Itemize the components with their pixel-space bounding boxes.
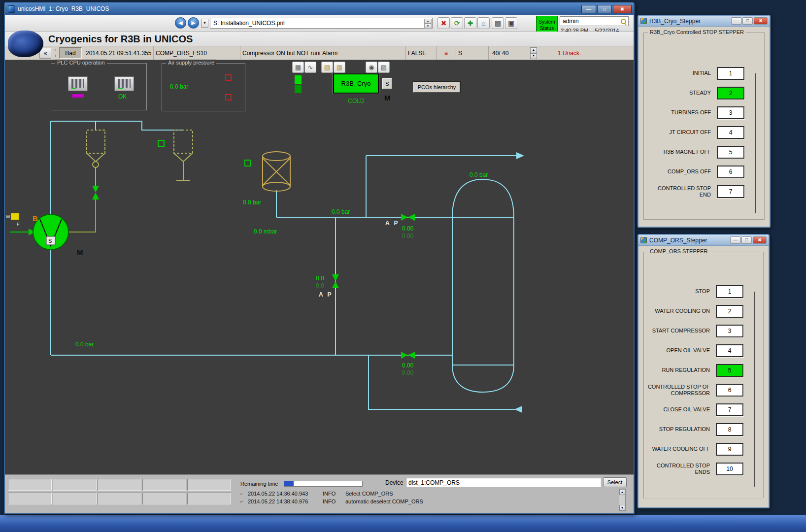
log-line[interactable]: ⌐ 2014.05.22 14:36:40.943 INFO Select CO… <box>240 490 616 498</box>
forward-button[interactable]: ▶ <box>188 17 199 29</box>
quick-slot-9[interactable] <box>142 493 186 504</box>
step-number-box[interactable]: 8 <box>716 423 743 436</box>
log-scroll-down-icon[interactable]: ▼ <box>619 505 625 511</box>
step-number-box[interactable]: 1 <box>716 285 743 298</box>
toggle-l[interactable]: L <box>53 47 58 53</box>
status-square-2[interactable] <box>245 160 251 166</box>
valve-bypass[interactable] <box>332 274 339 288</box>
alarm-count: 40/ 40 <box>490 46 523 60</box>
message-icon: ⌐ <box>240 499 248 504</box>
spin-down-icon[interactable]: ▼ <box>424 24 432 29</box>
step-number-box[interactable]: 4 <box>717 126 744 139</box>
comp-stepper-titlebar[interactable]: COMP_ORS_Stepper — □ ✖ <box>638 235 769 246</box>
step-number-box[interactable]: 5 <box>716 364 743 377</box>
quick-slot-8[interactable] <box>98 493 141 504</box>
panel-selector-combo[interactable]: S: Installation_UNICOS.pnl ▲ ▼ <box>210 18 433 29</box>
step-number-box[interactable]: 1 <box>717 67 744 80</box>
comp-stepper-minimize-button[interactable]: — <box>730 236 740 244</box>
step-number-box[interactable]: 3 <box>717 106 744 119</box>
alarm-mode: S <box>456 46 489 60</box>
home-icon[interactable]: ⌂ <box>477 17 490 29</box>
status-square-1[interactable] <box>158 140 164 146</box>
valve-return[interactable] <box>401 352 415 359</box>
bottom-panel: Remaining time Device Select ⌐ 2014.05.2… <box>5 474 634 513</box>
panel-selector-spinner[interactable]: ▲ ▼ <box>424 19 432 28</box>
step-number-box[interactable]: 2 <box>716 305 743 318</box>
stepper-step: CONTROLLED STOP ENDS 10 <box>647 459 743 479</box>
quick-slot-7[interactable] <box>53 493 97 504</box>
quick-slot-2[interactable] <box>53 479 97 491</box>
panel-history-dropdown[interactable]: ▼ <box>201 19 208 28</box>
alarm-device[interactable]: COMP_ORS_FS10 <box>154 46 240 60</box>
r3b-stepper-maximize-button[interactable]: □ <box>742 17 753 25</box>
print-preview-icon[interactable]: ▤ <box>492 17 504 29</box>
select-button[interactable]: Select <box>603 477 627 487</box>
maximize-button[interactable]: □ <box>597 5 612 13</box>
valve-inlet[interactable] <box>92 186 99 200</box>
folder-icon[interactable]: ▥ <box>334 62 345 73</box>
r3b-stepper-titlebar[interactable]: R3B_Cryo_Stepper — □ ✖ <box>638 16 770 27</box>
device-input[interactable] <box>406 478 601 487</box>
back-button[interactable]: ◀ <box>175 17 186 29</box>
quick-slot-1[interactable] <box>8 479 52 491</box>
plc-icon-2[interactable] <box>114 76 134 91</box>
filter-vessel-1[interactable] <box>87 130 105 186</box>
r3b-cryo-button[interactable]: R3B_Cryo <box>333 73 379 94</box>
process-synoptic: W F S B M 0.0 bar 0.0 bar 0.0 mbar 0.0 b… <box>5 60 634 474</box>
quick-slot-6[interactable] <box>8 493 52 504</box>
r3b-stepper-minimize-button[interactable]: — <box>731 17 741 25</box>
note-icon[interactable]: ▤ <box>321 62 333 73</box>
filter-vessel-2[interactable] <box>174 130 193 180</box>
step-number-box[interactable]: 7 <box>717 185 744 198</box>
trend-list-icon[interactable]: ▦ <box>292 62 304 73</box>
add-trend-icon[interactable]: ✚ <box>464 17 476 29</box>
step-number-box[interactable]: 10 <box>716 463 743 475</box>
step-number-box[interactable]: 7 <box>716 403 743 416</box>
log-line[interactable]: ⌐ 2014.05.22 14:38:40.976 INFO automatic… <box>240 498 616 505</box>
alarm-spin-down-icon[interactable]: ▼ <box>530 53 537 59</box>
step-number-box[interactable]: 6 <box>716 384 743 397</box>
alarm-unack-count[interactable]: 1 Unack. <box>556 46 595 60</box>
step-number-box[interactable]: 5 <box>717 146 744 159</box>
step-number-box[interactable]: 2 <box>717 87 744 100</box>
quick-slot-4[interactable] <box>142 479 186 491</box>
quick-slot-3[interactable] <box>98 479 141 491</box>
main-window-titlebar[interactable]: unicosHMI_1: Cryo_R3B_UNICOS — □ ✖ <box>5 3 634 15</box>
alarm-list-toggle[interactable]: L T <box>53 47 58 59</box>
minimize-button[interactable]: — <box>581 5 596 13</box>
taskbar[interactable] <box>0 515 806 532</box>
pcos-hierarchy-button[interactable]: PCOs hierarchy <box>413 82 460 93</box>
compressor[interactable] <box>10 213 68 250</box>
spin-up-icon[interactable]: ▲ <box>424 19 432 24</box>
heat-exchanger[interactable] <box>263 152 290 191</box>
close-panel-icon[interactable]: ✖ <box>437 17 450 29</box>
storage-tank[interactable] <box>452 179 514 392</box>
log-scroll-up-icon[interactable]: ▲ <box>619 489 625 495</box>
step-number-box[interactable]: 3 <box>716 325 743 337</box>
alarm-spin-up-icon[interactable]: ▲ <box>530 47 537 53</box>
quick-slot-5[interactable] <box>187 479 231 491</box>
r3b-stepper-close-button[interactable]: ✖ <box>754 17 768 25</box>
close-button[interactable]: ✖ <box>613 5 632 13</box>
valve-supply[interactable] <box>401 214 415 221</box>
log-scrollbar[interactable]: ▲ ▼ <box>619 489 626 511</box>
plc-panel-icon[interactable]: ▨ <box>378 62 390 73</box>
trend-curve-icon[interactable]: ∿ <box>304 62 316 73</box>
r3b-s-button[interactable]: S <box>382 78 392 89</box>
step-number-box[interactable]: 9 <box>716 443 743 456</box>
comp-stepper-close-button[interactable]: ✖ <box>753 236 767 244</box>
comp-stepper-maximize-button[interactable]: □ <box>741 236 752 244</box>
step-number-box[interactable]: 4 <box>716 344 743 357</box>
step-label: STOP REGULATION <box>647 426 716 432</box>
quick-slot-10[interactable] <box>187 493 231 504</box>
plc-icon-1[interactable] <box>68 76 88 91</box>
refresh-icon[interactable]: ⟳ <box>451 17 463 29</box>
alarm-flag-icon[interactable]: ≡ <box>437 46 456 60</box>
step-number-box[interactable]: 6 <box>717 166 744 178</box>
print-icon[interactable]: ▣ <box>505 17 517 29</box>
alarm-scroll-spinner[interactable]: ▲ ▼ <box>530 47 537 59</box>
user-field[interactable]: admin <box>560 16 629 26</box>
toggle-t[interactable]: T <box>53 53 58 59</box>
search-device-icon[interactable]: ◉ <box>366 62 377 73</box>
search-icon[interactable] <box>620 18 627 25</box>
